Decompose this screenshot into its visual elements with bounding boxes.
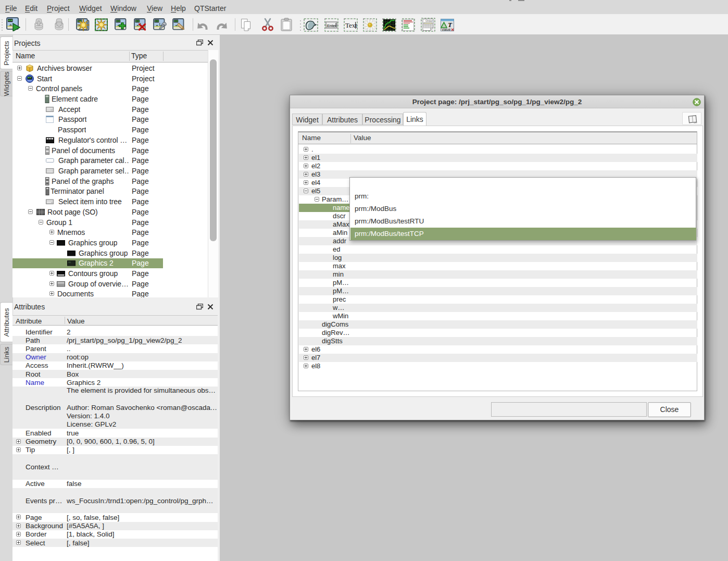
svg-text:Value: Value <box>442 28 450 31</box>
svg-text:Enter: Enter <box>327 23 336 28</box>
svg-text:Order: Order <box>425 19 433 22</box>
